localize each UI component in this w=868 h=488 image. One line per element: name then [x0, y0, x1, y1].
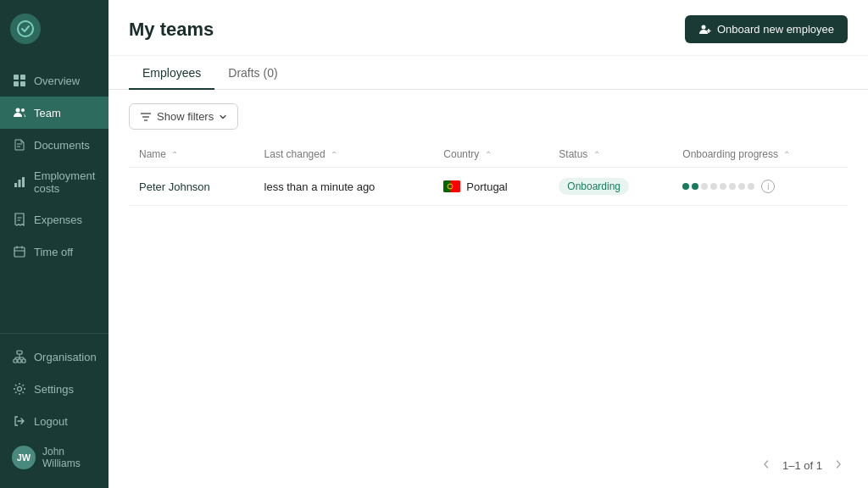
svg-rect-14	[14, 247, 25, 257]
progress-dot-empty	[701, 183, 708, 190]
pagination-label: 1–1 of 1	[782, 459, 822, 472]
country-name: Portugal	[466, 180, 507, 193]
employee-name-link[interactable]: Peter Johnson	[139, 180, 210, 193]
progress-dot-active	[682, 183, 689, 190]
main-header: My teams Onboard new employee	[108, 0, 868, 56]
svg-rect-19	[14, 359, 17, 363]
svg-rect-34	[443, 180, 450, 192]
chevron-left-icon	[761, 459, 771, 469]
svg-point-27	[18, 387, 22, 391]
svg-point-6	[21, 108, 25, 112]
onboard-new-employee-button[interactable]: Onboard new employee	[685, 15, 848, 43]
onboard-button-label: Onboard new employee	[717, 23, 834, 36]
status-badge: Onboarding	[559, 178, 629, 195]
logo-area	[0, 0, 108, 58]
svg-point-0	[18, 21, 33, 36]
svg-rect-21	[22, 359, 25, 363]
sort-icon: ⌃	[171, 150, 178, 159]
table-header: Name ⌃ Last changed ⌃ Country ⌃ Status ⌃	[129, 141, 848, 168]
chevron-right-icon	[833, 459, 843, 469]
employees-table: Name ⌃ Last changed ⌃ Country ⌃ Status ⌃	[129, 141, 848, 206]
progress-dot-empty	[729, 183, 736, 190]
progress-dot-empty	[748, 183, 754, 190]
tabs: Employees Drafts (0)	[108, 56, 868, 90]
svg-rect-2	[20, 75, 25, 80]
cell-country: Portugal	[433, 168, 548, 206]
sidebar-item-logout[interactable]: Logout	[0, 405, 108, 437]
sidebar-nav: Overview Team Do	[0, 58, 108, 333]
grid-icon	[12, 73, 27, 88]
table-row: Peter Johnsonless than a minute agoPortu…	[129, 168, 848, 206]
tab-employees[interactable]: Employees	[129, 56, 214, 90]
calendar-icon	[12, 244, 27, 259]
sidebar-item-label: Team	[34, 107, 61, 119]
table-body: Peter Johnsonless than a minute agoPortu…	[129, 168, 848, 206]
cell-name: Peter Johnson	[129, 168, 254, 206]
users-icon	[12, 105, 27, 120]
org-icon	[12, 349, 27, 364]
user-name: John Williams	[42, 446, 97, 469]
progress-dot-empty	[710, 183, 717, 190]
chart-icon	[12, 175, 27, 190]
sidebar-item-time-off[interactable]: Time off	[0, 236, 108, 268]
progress-dot-empty	[720, 183, 726, 190]
sort-icon: ⌃	[593, 150, 600, 159]
sidebar-item-expenses[interactable]: Expenses	[0, 203, 108, 236]
cell-status: Onboarding	[548, 168, 672, 206]
sort-icon: ⌃	[331, 150, 337, 159]
main-content: My teams Onboard new employee Employees …	[108, 0, 868, 488]
table-area: Show filters Name ⌃ Last changed ⌃	[108, 90, 868, 446]
filter-icon	[140, 111, 152, 123]
tab-drafts[interactable]: Drafts (0)	[214, 56, 291, 90]
col-onboarding-progress[interactable]: Onboarding progress ⌃	[672, 141, 848, 168]
gear-icon	[12, 381, 27, 396]
receipt-icon	[12, 212, 27, 227]
svg-rect-11	[22, 177, 25, 187]
sidebar-item-organisation[interactable]: Organisation	[0, 341, 108, 373]
sidebar-bottom: Organisation Settings Logout JW	[0, 333, 108, 488]
cell-onboarding-progress: i	[672, 168, 848, 206]
svg-rect-35	[450, 180, 460, 192]
sidebar-item-label: Logout	[34, 415, 68, 428]
sidebar-item-employment-costs[interactable]: Employment costs	[0, 161, 108, 203]
show-filters-button[interactable]: Show filters	[129, 103, 238, 130]
col-last-changed[interactable]: Last changed ⌃	[254, 141, 434, 168]
sort-icon: ⌃	[783, 150, 790, 159]
avatar: JW	[12, 446, 36, 469]
svg-rect-3	[14, 81, 19, 86]
pagination-next-button[interactable]	[829, 457, 848, 474]
app-logo	[10, 14, 41, 44]
page-title: My teams	[129, 19, 214, 41]
progress-dot-empty	[738, 183, 745, 190]
sidebar-item-overview[interactable]: Overview	[0, 64, 108, 97]
sidebar-item-label: Organisation	[34, 351, 97, 363]
col-country[interactable]: Country ⌃	[433, 141, 548, 168]
col-name[interactable]: Name ⌃	[129, 141, 254, 168]
sidebar-item-team[interactable]: Team	[0, 97, 108, 129]
chevron-down-icon	[219, 113, 227, 121]
svg-rect-20	[18, 359, 21, 363]
svg-rect-18	[17, 351, 22, 354]
person-add-icon	[698, 23, 711, 36]
sidebar-item-label: Overview	[34, 75, 80, 87]
country-flag	[443, 180, 460, 192]
logout-icon	[12, 413, 27, 429]
user-profile[interactable]: JW John Williams	[0, 437, 108, 478]
sidebar: Overview Team Do	[0, 0, 108, 488]
pagination: 1–1 of 1	[108, 446, 868, 488]
sort-icon: ⌃	[485, 150, 492, 159]
sidebar-item-label: Time off	[34, 246, 73, 258]
sidebar-item-label: Expenses	[34, 214, 82, 226]
sidebar-item-settings[interactable]: Settings	[0, 373, 108, 405]
file-icon	[12, 137, 27, 152]
svg-rect-1	[14, 75, 19, 80]
pagination-prev-button[interactable]	[757, 457, 776, 474]
progress-info-icon[interactable]: i	[761, 180, 775, 193]
svg-point-28	[701, 25, 705, 30]
col-status[interactable]: Status ⌃	[548, 141, 672, 168]
progress-dot-filled	[692, 183, 698, 190]
svg-rect-4	[20, 81, 25, 86]
cell-last-changed: less than a minute ago	[254, 168, 434, 206]
sidebar-item-label: Documents	[34, 139, 90, 152]
sidebar-item-documents[interactable]: Documents	[0, 129, 108, 161]
